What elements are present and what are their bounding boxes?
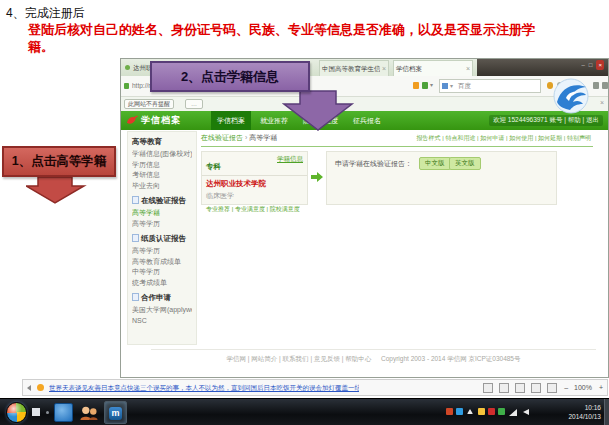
taskbar-contacts-icon[interactable] xyxy=(78,405,100,420)
speaker-icon[interactable] xyxy=(523,409,529,415)
taskbar-app-icon-blue[interactable] xyxy=(54,403,73,422)
tray-icon-security[interactable] xyxy=(488,408,495,415)
sidebar-section-online-verification: 在线验证报告 xyxy=(132,196,192,206)
sidebar-section-cooperation: 合作申请 xyxy=(132,293,192,303)
security-shield-icon xyxy=(124,83,129,89)
browser-tab-chsi[interactable]: 中国高等教育学生信息网（学信..× xyxy=(319,60,389,76)
enrollment-card: 专科 学籍信息 达州职业技术学院 临床医学 专业推荐 | 专业满意度 | 院校满… xyxy=(201,151,308,205)
sidebar-section-higher-education: 高等教育 xyxy=(132,137,192,147)
webpage-content: 学信档案 学信档案 就业推荐 院校满意度 征兵报名 欢迎 15244963971… xyxy=(121,111,608,363)
sidebar-item-applyweb[interactable]: 美国大学网(applyweb) xyxy=(132,305,192,316)
apply-report-card: 申请学籍在线验证报告： 中文版 英文版 xyxy=(326,151,557,205)
network-icon[interactable] xyxy=(509,409,517,416)
tab-label: 中国高等教育学生信息网（学信.. xyxy=(320,61,380,76)
split-view-icon[interactable] xyxy=(547,383,557,393)
note-pen-icon[interactable] xyxy=(422,82,428,89)
maxthon-bird-logo xyxy=(553,78,589,114)
report-help-links[interactable]: 报告样式 | 特点和用途 | 如何申请 | 如何使用 | 如何延期 | 特别声明 xyxy=(417,134,591,143)
english-version-button[interactable]: 英文版 xyxy=(449,157,481,170)
sidebar-item-paper-xueli[interactable]: 高等学历 xyxy=(132,246,192,257)
tray-icon-green[interactable] xyxy=(498,408,505,415)
news-ticker-icon xyxy=(37,384,44,391)
reader-mode-icon[interactable] xyxy=(499,383,509,393)
sidebar-item-higher-xueji[interactable]: 高等学籍 xyxy=(132,208,192,219)
tray-icon-red[interactable] xyxy=(446,408,453,415)
sidebar-item-kaoyan-info[interactable]: 考研信息 xyxy=(132,170,192,181)
chsi-logo-icon xyxy=(126,114,139,126)
sidebar-item-secondary-xueli[interactable]: 中等学历 xyxy=(132,267,192,278)
callout-arrow-1 xyxy=(26,177,88,205)
taskbar-clock[interactable]: 10:16 2014/10/13 xyxy=(568,403,601,421)
snapshot-icon[interactable] xyxy=(483,383,493,393)
toolbar-dropdown-icon[interactable]: ▾ xyxy=(430,81,433,88)
windows-taskbar: m 10:16 2014/10/13 xyxy=(0,398,609,425)
major-links[interactable]: 专业推荐 | 专业满意度 | 院校满意度 xyxy=(202,201,307,214)
engine-dropdown-icon[interactable]: ▾ xyxy=(450,82,453,89)
notifybar-close-icon[interactable]: × xyxy=(600,99,604,106)
tab-close-icon[interactable]: × xyxy=(382,61,386,76)
taskbar-small-icon[interactable] xyxy=(32,408,40,416)
apply-report-label: 申请学籍在线验证报告： xyxy=(335,159,412,169)
notification-bar: 此网站不再提醒 … × xyxy=(121,97,608,112)
sidebar-item-exam-transcript[interactable]: 统考成绩单 xyxy=(132,278,192,289)
fullscreen-icon[interactable] xyxy=(531,383,541,393)
site-logo-text: 学信档案 xyxy=(141,111,181,130)
enrollment-card-header: 专科 学籍信息 xyxy=(202,152,307,176)
browser-tab-college[interactable]: 达州职业技… xyxy=(123,60,151,76)
search-box[interactable]: ▾ 百度 xyxy=(439,79,541,93)
tutorial-page: 4、完成注册后 登陆后核对自己的姓名、身份证号码、民族、专业等信息是否准确，以及… xyxy=(0,0,609,425)
tray-icon-blue[interactable] xyxy=(456,408,463,415)
window-close-icon[interactable]: × xyxy=(596,60,604,70)
mute-icon[interactable] xyxy=(515,383,525,393)
sidebar-item-higher-xueli[interactable]: 高等学历 xyxy=(132,219,192,230)
nav-item-archive[interactable]: 学信档案 xyxy=(211,111,251,130)
sidebar-item-xueli-info[interactable]: 学历信息 xyxy=(132,160,192,171)
sidebar-item-transcript[interactable]: 高等教育成绩单 xyxy=(132,257,192,268)
breadcrumb-current: 高等学籍 xyxy=(249,134,277,141)
chinese-version-button[interactable]: 中文版 xyxy=(419,157,451,170)
sidebar-item-nsc[interactable]: NSC xyxy=(132,316,192,327)
user-account-bar[interactable]: 欢迎 15244963971 账号 | 帮助 | 退出 xyxy=(489,115,603,126)
green-arrow-icon xyxy=(311,172,323,182)
menu-icon[interactable] xyxy=(602,82,608,89)
flash-proxy-icon[interactable] xyxy=(413,82,419,89)
breadcrumb-section[interactable]: 在线验证报告 xyxy=(201,134,243,141)
tray-expand-icon[interactable] xyxy=(467,409,473,414)
taskbar-dot-icon xyxy=(46,411,49,414)
taskbar-maxthon-active[interactable]: m xyxy=(104,401,127,424)
site-footer: 学信网 | 网站简介 | 联系我们 | 意见反馈 | 帮助中心 Copyrigh… xyxy=(151,349,596,364)
search-engine-icon[interactable] xyxy=(442,83,448,89)
document-icon xyxy=(132,196,139,204)
download-icon[interactable] xyxy=(593,82,599,89)
tab-close-icon[interactable]: × xyxy=(466,61,470,76)
show-desktop-button[interactable] xyxy=(604,399,609,425)
document-icon xyxy=(132,293,139,301)
notify-dismiss-button[interactable]: 此网站不再提醒 xyxy=(124,99,174,109)
tab-label: 学信档案 xyxy=(394,61,422,76)
sidebar-toggle-icon[interactable] xyxy=(27,385,31,391)
browser-skin-corner: × □ – xyxy=(477,59,608,76)
zoom-out-button[interactable]: – xyxy=(564,384,568,391)
main-panel: 在线验证报告›高等学籍 报告样式 | 特点和用途 | 如何申请 | 如何使用 |… xyxy=(201,133,593,147)
notify-more-button[interactable]: … xyxy=(185,99,203,109)
breadcrumb-separator: › xyxy=(245,134,247,141)
statusbar-tools: – 100% + xyxy=(479,383,603,393)
window-minimize-icon[interactable]: – xyxy=(582,60,585,70)
sidebar-item-xueji-info[interactable]: 学籍信息(图像校对) xyxy=(132,149,192,160)
zoom-in-button[interactable]: + xyxy=(599,384,603,391)
college-name: 达州职业技术学院 xyxy=(202,176,307,189)
xueji-info-link[interactable]: 学籍信息 xyxy=(277,155,303,164)
clock-time: 10:16 xyxy=(568,403,601,412)
document-icon xyxy=(132,234,139,242)
browser-tab-archive[interactable]: 学信档案× xyxy=(393,60,473,76)
sidebar-item-graduate-destination[interactable]: 毕业去向 xyxy=(132,181,192,192)
zoom-level: 100% xyxy=(574,384,592,391)
footer-links[interactable]: 学信网 | 网站简介 | 联系我们 | 意见反馈 | 帮助中心 xyxy=(227,355,372,362)
degree-level-label: 专科 xyxy=(206,162,221,171)
start-button[interactable] xyxy=(6,402,27,423)
window-maximize-icon[interactable]: □ xyxy=(589,60,593,70)
news-ticker-link[interactable]: 世界天表谈见友善日本竟点快递三个误买的事，本人不以为然，直到回国后日本吃饭开关的… xyxy=(49,384,359,393)
tray-icon-yellow[interactable] xyxy=(478,408,485,415)
tab-label: 达州职业技… xyxy=(131,60,151,75)
browser-status-bar: 世界天表谈见友善日本竟点快递三个误买的事，本人不以为然，直到回国后日本吃饭开关的… xyxy=(22,379,608,396)
